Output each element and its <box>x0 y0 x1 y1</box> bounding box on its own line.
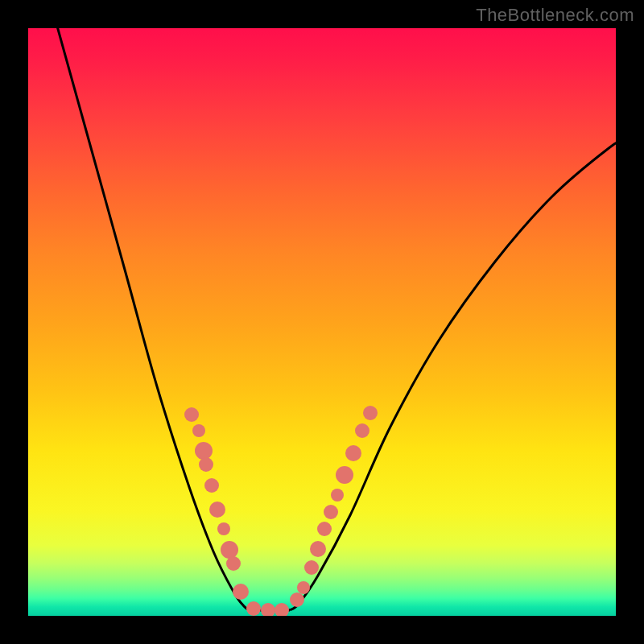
data-point <box>246 601 261 616</box>
data-point <box>226 556 241 571</box>
data-point <box>261 603 275 616</box>
data-point <box>195 442 213 460</box>
data-point <box>336 466 353 484</box>
data-point <box>304 560 319 575</box>
bottleneck-curve <box>44 28 616 610</box>
chart-frame: TheBottleneck.com <box>0 0 644 644</box>
data-point <box>204 478 219 493</box>
data-point <box>290 592 304 607</box>
data-point <box>317 522 332 536</box>
curve-left <box>44 28 250 610</box>
curve-right <box>290 129 616 610</box>
data-point <box>192 424 205 437</box>
data-point <box>184 407 199 422</box>
data-point <box>275 603 289 616</box>
data-point <box>355 423 369 438</box>
data-point <box>199 457 213 472</box>
data-point <box>331 489 344 502</box>
data-point <box>221 541 238 559</box>
curve-layer <box>28 28 616 616</box>
data-point <box>310 541 326 557</box>
data-point <box>217 522 230 535</box>
data-point <box>209 502 225 518</box>
watermark-text: TheBottleneck.com <box>476 5 634 26</box>
data-point <box>297 581 310 594</box>
data-point <box>233 584 249 600</box>
data-point <box>345 445 361 461</box>
plot-area <box>28 28 616 616</box>
data-point <box>324 505 338 519</box>
data-point <box>363 406 378 420</box>
curve-markers <box>184 406 378 616</box>
